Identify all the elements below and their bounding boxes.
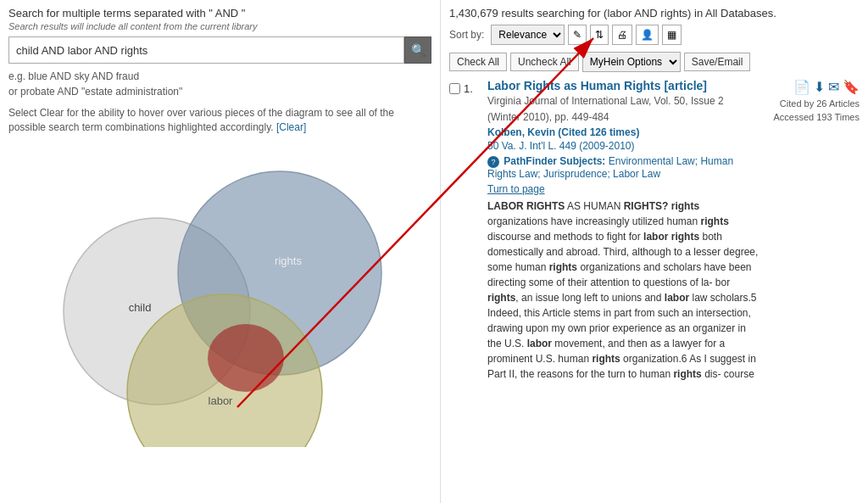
search-button[interactable]: 🔍 [404,36,431,64]
snippet-bold-3: rights [671,200,699,212]
clear-link[interactable]: [Clear] [276,121,306,133]
pathfinder-icon: ? [487,156,499,168]
right-panel: 1,430,679 results searching for (labor A… [441,0,868,503]
uncheck-all-button[interactable]: Uncheck All [510,53,579,71]
results-header: 1,430,679 results searching for (labor A… [449,7,860,20]
examples: e.g. blue AND sky AND fraud or probate A… [8,69,431,99]
result-date-pages: (Winter 2010), pp. 449-484 [487,110,760,125]
grid-icon-button[interactable]: ▦ [662,25,682,45]
venn-diagram: child rights labor [8,142,432,447]
search-subtext: Search results will include all content … [8,21,431,31]
snippet-bold-9: labor [527,338,552,349]
left-panel: Search for multiple terms separated with… [0,0,441,503]
email-icon[interactable]: ✉ [828,79,839,95]
result-number: 1. [464,81,481,95]
snippet-bold-11: rights [673,368,701,380]
people-icon-button[interactable]: 👤 [636,25,659,45]
diagram-hint: Select Clear for the ability to hover ov… [8,106,431,135]
snippet-bold-10: rights [592,353,620,365]
check-all-button[interactable]: Check All [449,53,507,71]
snippet-bold-12: labor [501,383,526,385]
bookmark-icon[interactable]: 🔖 [843,79,860,95]
snippet-bold-13: labor [589,383,614,385]
rights-label: rights [275,254,302,267]
snippet-bold-4: rights [700,215,728,227]
result-item: 1. Labor Rights as Human Rights [article… [449,79,860,385]
turn-to-page-link[interactable]: Turn to page [487,183,760,195]
search-box-row: 🔍 [8,36,431,64]
myh-options-select[interactable]: MyHein Options [582,52,681,72]
child-label: child [129,301,152,314]
example1-text: e.g. blue AND sky AND fraud [8,70,139,82]
sort-label: Sort by: [449,29,484,41]
edit-icon-button[interactable]: ✎ [568,25,587,45]
result-actions: 📄 ⬇ ✉ 🔖 Cited by 26 Articles Accessed 19… [766,79,860,385]
search-header: Search for multiple terms separated with… [8,7,431,20]
labor-label: labor [209,394,234,407]
sort-icon-button[interactable]: ⇅ [590,25,609,45]
result-citation: 50 Va. J. Int'l L. 449 (2009-2010) [487,140,760,152]
result-action-icons: 📄 ⬇ ✉ 🔖 [793,79,860,95]
cited-articles-text: Cited by 26 Articles [780,98,860,109]
result-author: Kolben, Kevin (Cited 126 times) [487,126,760,138]
pdf-icon[interactable]: 📄 [793,79,810,95]
pathfinder-label: PathFinder Subjects: [504,155,605,167]
download-icon[interactable]: ⬇ [814,79,825,95]
result-title[interactable]: Labor Rights as Human Rights [article] [487,79,707,92]
result-checkbox-area: 1. [449,79,481,385]
save-email-button[interactable]: Save/Email [684,53,751,71]
result-checkbox[interactable] [449,83,460,94]
print-icon-button[interactable]: 🖨 [612,25,632,45]
toolbar-row: Sort by: Relevance Date Author Title ✎ ⇅… [449,25,860,45]
pathfinder-row: ? PathFinder Subjects: Environmental Law… [487,155,760,180]
sort-select[interactable]: Relevance Date Author Title [491,25,565,45]
search-input[interactable] [8,36,404,64]
hint-text: Select Clear for the ability to hover ov… [8,107,394,133]
snippet-bold-7: rights [487,292,515,304]
result-journal: Virginia Journal of International Law, V… [487,94,760,109]
snippet-bold-6: rights [549,261,577,273]
snippet-bold-5: labor rights [643,231,699,243]
intersection-highlight[interactable] [208,324,284,392]
action-bar: Check All Uncheck All MyHein Options Sav… [449,52,860,72]
snippet-bold-8: labor [665,292,689,304]
example2-text: or probate AND "estate administration" [8,86,182,98]
snippet-bold-start: LABOR RIGHTS [487,200,565,212]
accessed-text: Accessed 193 Times [774,112,860,122]
result-content: Labor Rights as Human Rights [article] V… [487,79,760,385]
result-snippet: LABOR RIGHTS AS HUMAN RIGHTS? rights org… [487,198,760,385]
snippet-bold-2: RIGHTS? [624,200,669,212]
venn-svg: child rights labor [8,142,432,447]
